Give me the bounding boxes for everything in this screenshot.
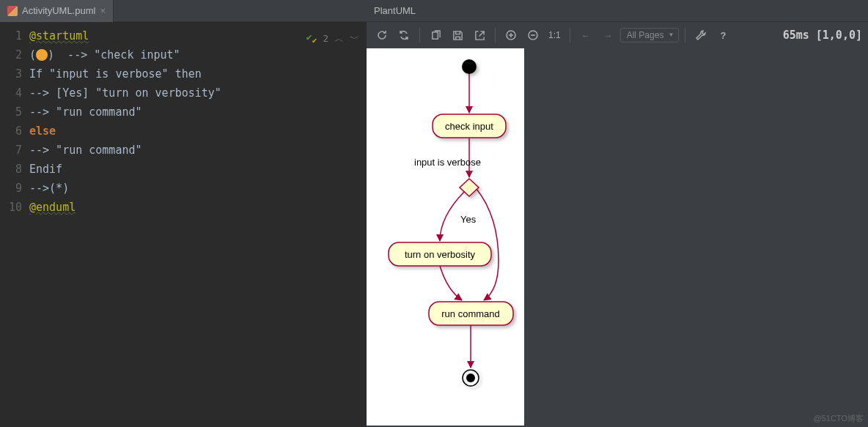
preview-pane: PlantUML 1:1 ← → All Pages ? 65ms [1,0,0… <box>367 0 868 427</box>
toolbar-separator <box>419 28 420 42</box>
editor-body[interactable]: 1 2 3 4 5 6 7 8 9 10 @startuml () --> "c… <box>0 22 367 427</box>
line-number: 3 <box>0 64 22 83</box>
line-number: 9 <box>0 179 22 198</box>
watermark: @51CTO博客 <box>814 413 864 424</box>
lightbulb-icon[interactable] <box>36 49 48 61</box>
help-icon[interactable]: ? <box>713 26 732 45</box>
zoom-in-icon[interactable] <box>501 26 521 45</box>
next-page-icon[interactable]: → <box>598 26 617 45</box>
toolbar-separator <box>570 28 570 42</box>
file-type-icon <box>7 6 18 16</box>
code-line: -->(*) <box>29 182 69 195</box>
external-link-icon[interactable] <box>470 26 489 45</box>
settings-wrench-icon[interactable] <box>691 26 710 45</box>
zoom-out-icon[interactable] <box>523 26 542 45</box>
line-number: 5 <box>0 103 22 122</box>
svg-point-3 <box>462 59 477 74</box>
editor-pane: ActivityUML.puml × 1 2 3 4 5 6 7 8 9 10 … <box>0 0 367 427</box>
code-line: @enduml <box>29 201 76 214</box>
editor-indicators: ✔✔ 2 ︿ ﹀ <box>306 28 359 51</box>
zoom-actual-button[interactable]: 1:1 <box>545 26 564 45</box>
code-token: @startuml <box>29 29 89 42</box>
toolbar-separator <box>495 28 496 42</box>
line-number: 1 <box>0 26 22 45</box>
line-number: 4 <box>0 83 22 103</box>
svg-rect-0 <box>432 31 438 38</box>
chevron-down-icon[interactable]: ﹀ <box>350 29 359 48</box>
line-number: 7 <box>0 141 22 160</box>
diagram-image: check input input is verbose Yes turn on… <box>367 48 524 426</box>
code-line: else <box>29 125 56 138</box>
code-area[interactable]: @startuml () --> "check input" If "input… <box>29 22 367 427</box>
diagram-canvas[interactable]: check input input is verbose Yes turn on… <box>367 48 868 427</box>
preview-header: PlantUML <box>367 0 868 22</box>
sync-icon[interactable] <box>394 26 413 45</box>
warning-count[interactable]: 2 <box>323 29 328 48</box>
prev-page-icon[interactable]: ← <box>576 26 595 45</box>
code-line: --> [Yes] "turn on verbosity" <box>29 86 221 100</box>
toolbar-separator <box>685 28 685 42</box>
render-timing: 65ms [1,0,0] <box>783 29 862 42</box>
line-number: 2 <box>0 45 22 64</box>
line-number: 10 <box>0 198 22 217</box>
inspection-check-icon[interactable]: ✔✔ <box>306 28 317 51</box>
diagram-node-label: turn on verbosity <box>405 249 476 260</box>
code-line: --> "run command" <box>29 144 142 157</box>
code-line: --> "run command" <box>29 105 142 119</box>
refresh-icon[interactable] <box>372 26 391 45</box>
code-token: ( <box>29 48 36 62</box>
code-token: ) --> "check input" <box>48 48 180 62</box>
chevron-up-icon[interactable]: ︿ <box>334 29 344 48</box>
diagram-node-label: check input <box>445 121 493 132</box>
close-icon[interactable]: × <box>100 5 106 16</box>
tab-bar: ActivityUML.puml × <box>0 0 367 22</box>
svg-point-12 <box>466 374 475 382</box>
diagram-node-label: run command <box>441 308 499 319</box>
copy-icon[interactable] <box>426 26 445 45</box>
line-number: 6 <box>0 122 22 141</box>
preview-toolbar: 1:1 ← → All Pages ? 65ms [1,0,0] <box>367 22 868 48</box>
tab-filename: ActivityUML.puml <box>22 5 95 16</box>
code-line: If "input is verbose" then <box>29 67 202 81</box>
diagram-condition-label: input is verbose <box>414 157 481 168</box>
file-tab[interactable]: ActivityUML.puml × <box>0 0 114 22</box>
line-number: 8 <box>0 160 22 179</box>
diagram-branch-label: Yes <box>460 214 477 225</box>
preview-title: PlantUML <box>374 5 416 16</box>
pages-dropdown[interactable]: All Pages <box>620 28 680 42</box>
line-gutter: 1 2 3 4 5 6 7 8 9 10 <box>0 22 29 427</box>
save-icon[interactable] <box>448 26 467 45</box>
code-line: Endif <box>29 163 62 176</box>
